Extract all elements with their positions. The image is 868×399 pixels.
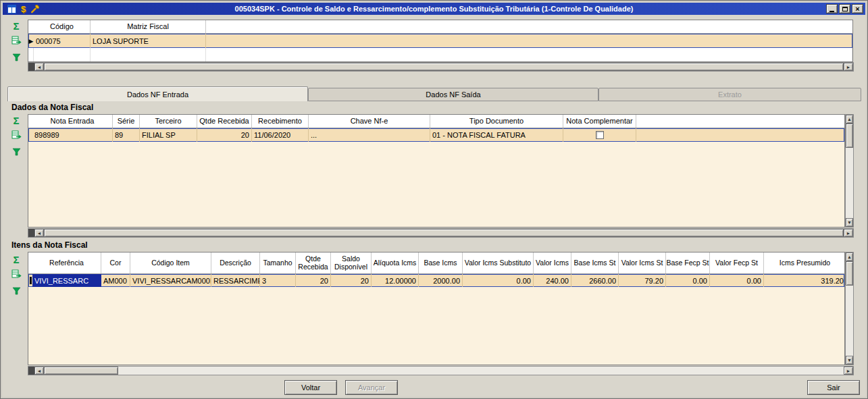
cell-qtde-recebida[interactable]: 20 <box>296 274 331 287</box>
column-header-tipo-documento[interactable]: Tipo Documento <box>430 115 563 128</box>
nota-complementar-checkbox[interactable] <box>596 131 604 139</box>
export-icon[interactable] <box>11 130 22 142</box>
nf-vscrollbar[interactable]: ▲ ▼ <box>845 114 854 228</box>
minimize-button[interactable] <box>826 4 838 14</box>
cell-terceiro[interactable]: FILIAL SP <box>140 128 197 142</box>
cell-qtde-recebida[interactable]: 20 <box>197 128 252 142</box>
tab-extrato[interactable]: Extrato <box>598 88 861 101</box>
column-header-matriz-fiscal[interactable]: Matriz Fiscal <box>91 20 206 33</box>
cell-tamanho[interactable]: 3 <box>260 274 296 287</box>
cell-valor-icms-st[interactable]: 79.20 <box>619 274 666 287</box>
cell-codigo[interactable]: 000075 <box>34 34 91 48</box>
column-header-codigo-item[interactable]: Código Item <box>130 252 211 273</box>
cell-base-icms-st[interactable]: 2660.00 <box>571 274 619 287</box>
column-header-qtde-recebida[interactable]: Qtde Recebida <box>296 252 331 273</box>
export-icon[interactable] <box>11 269 22 282</box>
scroll-right-button[interactable]: ► <box>844 229 853 237</box>
cell-codigo-item[interactable]: VIVI_RESSARCAM000M <box>130 274 211 287</box>
column-header-tamanho[interactable]: Tamanho <box>260 252 296 273</box>
column-header-recebimento[interactable]: Recebimento <box>252 115 309 128</box>
scroll-left-button[interactable]: ◄ <box>34 63 44 71</box>
sum-icon[interactable]: Σ <box>13 115 19 126</box>
column-header-serie[interactable]: Série <box>113 115 140 128</box>
column-header-valor-fecp-st[interactable]: Valor Fecp St <box>710 252 764 273</box>
cell-valor-icms[interactable]: 240.00 <box>534 274 571 287</box>
cell-base-fecp-st[interactable]: 0.00 <box>666 274 710 287</box>
vscroll-thumb[interactable] <box>846 261 853 286</box>
filter-icon[interactable] <box>12 52 21 64</box>
column-header-aliquota-icms[interactable]: Alíquota Icms <box>372 252 419 273</box>
itens-hscrollbar[interactable]: ◄ ► <box>28 366 854 375</box>
column-header-valor-icms-substituto[interactable]: Valor Icms Substituto <box>463 252 534 273</box>
scroll-up-button[interactable]: ▲ <box>846 115 853 124</box>
cell-base-icms[interactable]: 2000.00 <box>419 274 463 287</box>
wrench-icon[interactable] <box>30 4 40 14</box>
scroll-up-button[interactable]: ▲ <box>846 252 853 261</box>
sum-icon[interactable]: Σ <box>13 255 19 265</box>
column-header-nota-complementar[interactable]: Nota Complementar <box>563 115 636 128</box>
empty-row[interactable] <box>28 48 852 62</box>
column-header-codigo[interactable]: Código <box>34 20 91 33</box>
nf-row[interactable]: 898989 89 FILIAL SP 20 11/06/2020 ... 01… <box>28 128 844 142</box>
cell-icms-presumido[interactable]: 319.20 <box>764 274 845 287</box>
column-header-base-fecp-st[interactable]: Base Fecp St <box>666 252 710 273</box>
master-row[interactable]: ▶ 000075 LOJA SUPORTE <box>28 34 852 48</box>
filter-icon[interactable] <box>12 286 21 298</box>
column-header-chave-nfe[interactable]: Chave Nf-e <box>309 115 430 128</box>
column-header-icms-presumido[interactable]: Icms Presumido <box>764 252 845 273</box>
cell-recebimento[interactable]: 11/06/2020 <box>252 128 309 142</box>
vscroll-track[interactable] <box>846 286 853 356</box>
tab-dados-nf-saida[interactable]: Dados NF Saída <box>308 88 598 101</box>
column-header-valor-icms-st[interactable]: Valor Icms St <box>619 252 666 273</box>
scroll-right-button[interactable]: ► <box>844 63 853 71</box>
column-header-cor[interactable]: Cor <box>101 252 130 273</box>
nf-hscrollbar[interactable]: ◄ ► <box>28 228 854 238</box>
cell-valor-fecp-st[interactable]: 0.00 <box>710 274 764 287</box>
sum-icon[interactable]: Σ <box>13 21 19 31</box>
scroll-right-button[interactable]: ► <box>844 367 853 375</box>
cell-valor-icms-substituto[interactable]: 0.00 <box>463 274 534 287</box>
cell-nota-entrada[interactable]: 898989 <box>32 128 113 142</box>
hscroll-track[interactable] <box>118 367 844 375</box>
itens-vscrollbar[interactable]: ▲ ▼ <box>845 252 854 365</box>
cell-saldo-disponivel[interactable]: 20 <box>331 274 372 287</box>
cell-tipo-documento[interactable]: 01 - NOTA FISCAL FATURA <box>430 128 563 142</box>
maximize-button[interactable] <box>839 4 850 14</box>
column-header-terceiro[interactable]: Terceiro <box>140 115 197 128</box>
scroll-left-button[interactable]: ◄ <box>34 229 44 237</box>
scroll-down-button[interactable]: ▼ <box>846 356 853 365</box>
voltar-button[interactable]: Voltar <box>284 380 337 395</box>
sair-button[interactable]: Sair <box>807 380 860 395</box>
export-icon[interactable] <box>11 35 22 48</box>
tab-dados-nf-entrada[interactable]: Dados NF Entrada <box>7 86 308 101</box>
cell-cor[interactable]: AM000 <box>101 274 130 287</box>
column-header-valor-icms[interactable]: Valor Icms <box>534 252 571 273</box>
cell-serie[interactable]: 89 <box>113 128 140 142</box>
hscroll-thumb[interactable] <box>44 367 118 375</box>
close-button[interactable]: × <box>852 4 863 14</box>
column-header-qtde-recebida[interactable]: Qtde Recebida <box>197 115 252 128</box>
money-icon[interactable]: $ <box>21 4 26 14</box>
column-header-base-icms-st[interactable]: Base Icms St <box>571 252 619 273</box>
cell-aliquota-icms[interactable]: 12.00000 <box>372 274 419 287</box>
column-header-nota-entrada[interactable]: Nota Entrada <box>32 115 113 128</box>
master-hscrollbar[interactable]: ◄ ► <box>28 62 854 72</box>
cell-descricao[interactable]: RESSARCIME <box>211 274 260 287</box>
cell-matriz-fiscal[interactable]: LOJA SUPORTE <box>91 34 206 48</box>
scroll-left-button[interactable]: ◄ <box>34 367 44 375</box>
column-header-referencia[interactable]: Referência <box>32 252 101 273</box>
cell-chave-nfe[interactable]: ... <box>309 128 430 142</box>
scroll-down-button[interactable]: ▼ <box>846 218 853 227</box>
column-header-base-icms[interactable]: Base Icms <box>419 252 463 273</box>
column-header-descricao[interactable]: Descrição <box>211 252 260 273</box>
avancar-button[interactable]: Avançar <box>345 380 398 395</box>
cell-referencia[interactable]: VIVI_RESSARC <box>32 274 101 287</box>
vscroll-track[interactable] <box>846 148 853 218</box>
itens-row[interactable]: VIVI_RESSARC AM000 VIVI_RESSARCAM000M RE… <box>28 274 844 287</box>
column-header-saldo-disponivel[interactable]: Saldo Disponível <box>331 252 372 273</box>
app-icon[interactable] <box>7 4 16 14</box>
filter-icon[interactable] <box>12 147 21 159</box>
hscroll-thumb[interactable] <box>44 229 844 237</box>
hscroll-thumb[interactable] <box>44 63 844 71</box>
vscroll-thumb[interactable] <box>846 124 853 148</box>
